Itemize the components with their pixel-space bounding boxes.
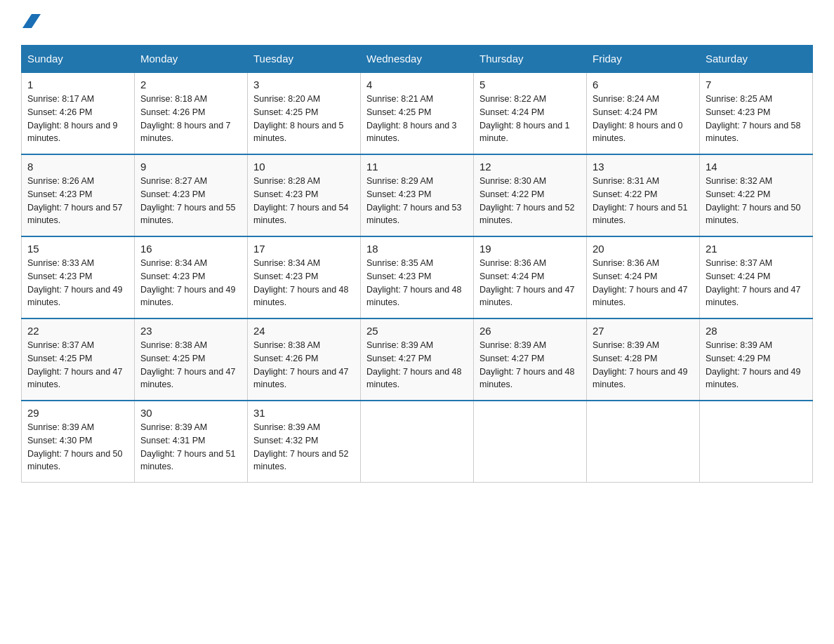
day-info: Sunrise: 8:25 AMSunset: 4:23 PMDaylight:… <box>706 94 801 143</box>
day-info: Sunrise: 8:22 AMSunset: 4:24 PMDaylight:… <box>479 94 570 143</box>
calendar-week-row: 15Sunrise: 8:33 AMSunset: 4:23 PMDayligh… <box>22 236 813 318</box>
col-header-friday: Friday <box>587 46 700 73</box>
day-number: 19 <box>479 243 581 255</box>
day-number: 31 <box>253 407 355 419</box>
calendar-cell: 31Sunrise: 8:39 AMSunset: 4:32 PMDayligh… <box>248 401 361 483</box>
calendar-cell: 12Sunrise: 8:30 AMSunset: 4:22 PMDayligh… <box>474 154 587 236</box>
day-number: 28 <box>706 325 807 337</box>
calendar-cell: 19Sunrise: 8:36 AMSunset: 4:24 PMDayligh… <box>474 236 587 318</box>
calendar-cell: 21Sunrise: 8:37 AMSunset: 4:24 PMDayligh… <box>700 236 813 318</box>
day-number: 29 <box>27 407 128 419</box>
calendar-week-row: 1Sunrise: 8:17 AMSunset: 4:26 PMDaylight… <box>22 72 813 154</box>
col-header-sunday: Sunday <box>22 46 135 73</box>
day-info: Sunrise: 8:39 AMSunset: 4:31 PMDaylight:… <box>140 422 236 471</box>
day-info: Sunrise: 8:27 AMSunset: 4:23 PMDaylight:… <box>140 176 236 225</box>
day-number: 17 <box>253 243 355 255</box>
day-info: Sunrise: 8:21 AMSunset: 4:25 PMDaylight:… <box>366 94 457 143</box>
day-info: Sunrise: 8:34 AMSunset: 4:23 PMDaylight:… <box>140 258 236 307</box>
calendar-cell: 24Sunrise: 8:38 AMSunset: 4:26 PMDayligh… <box>248 318 361 401</box>
day-number: 22 <box>27 325 128 337</box>
calendar-cell: 15Sunrise: 8:33 AMSunset: 4:23 PMDayligh… <box>22 236 135 318</box>
day-info: Sunrise: 8:39 AMSunset: 4:32 PMDaylight:… <box>253 422 349 471</box>
calendar-cell: 14Sunrise: 8:32 AMSunset: 4:22 PMDayligh… <box>700 154 813 236</box>
day-number: 25 <box>366 325 468 337</box>
calendar-week-row: 8Sunrise: 8:26 AMSunset: 4:23 PMDaylight… <box>22 154 813 236</box>
logo-chevron-right-icon <box>32 14 41 28</box>
calendar-cell: 16Sunrise: 8:34 AMSunset: 4:23 PMDayligh… <box>135 236 248 318</box>
calendar-cell: 26Sunrise: 8:39 AMSunset: 4:27 PMDayligh… <box>474 318 587 401</box>
day-number: 9 <box>140 161 241 173</box>
day-info: Sunrise: 8:29 AMSunset: 4:23 PMDaylight:… <box>366 176 462 225</box>
day-number: 8 <box>27 161 128 173</box>
day-number: 13 <box>593 161 694 173</box>
day-info: Sunrise: 8:38 AMSunset: 4:25 PMDaylight:… <box>140 340 236 389</box>
calendar-cell: 17Sunrise: 8:34 AMSunset: 4:23 PMDayligh… <box>248 236 361 318</box>
day-info: Sunrise: 8:35 AMSunset: 4:23 PMDaylight:… <box>366 258 462 307</box>
calendar-week-row: 22Sunrise: 8:37 AMSunset: 4:25 PMDayligh… <box>22 318 813 401</box>
calendar-cell: 30Sunrise: 8:39 AMSunset: 4:31 PMDayligh… <box>135 401 248 483</box>
day-number: 1 <box>27 79 128 90</box>
day-info: Sunrise: 8:39 AMSunset: 4:28 PMDaylight:… <box>593 340 688 389</box>
day-number: 11 <box>366 161 468 173</box>
page-header <box>21 14 813 31</box>
day-number: 7 <box>706 79 807 90</box>
calendar-cell <box>700 401 813 483</box>
day-info: Sunrise: 8:30 AMSunset: 4:22 PMDaylight:… <box>479 176 575 225</box>
col-header-monday: Monday <box>135 46 248 73</box>
day-number: 16 <box>140 243 241 255</box>
calendar-cell <box>587 401 700 483</box>
calendar-cell: 22Sunrise: 8:37 AMSunset: 4:25 PMDayligh… <box>22 318 135 401</box>
day-number: 21 <box>706 243 807 255</box>
day-info: Sunrise: 8:36 AMSunset: 4:24 PMDaylight:… <box>593 258 688 307</box>
day-info: Sunrise: 8:26 AMSunset: 4:23 PMDaylight:… <box>27 176 123 225</box>
day-info: Sunrise: 8:33 AMSunset: 4:23 PMDaylight:… <box>27 258 123 307</box>
calendar-cell: 20Sunrise: 8:36 AMSunset: 4:24 PMDayligh… <box>587 236 700 318</box>
calendar-header-row: SundayMondayTuesdayWednesdayThursdayFrid… <box>22 46 813 73</box>
day-info: Sunrise: 8:32 AMSunset: 4:22 PMDaylight:… <box>706 176 801 225</box>
day-number: 23 <box>140 325 241 337</box>
calendar-cell: 2Sunrise: 8:18 AMSunset: 4:26 PMDaylight… <box>135 72 248 154</box>
calendar-week-row: 29Sunrise: 8:39 AMSunset: 4:30 PMDayligh… <box>22 401 813 483</box>
day-info: Sunrise: 8:20 AMSunset: 4:25 PMDaylight:… <box>253 94 344 143</box>
day-info: Sunrise: 8:37 AMSunset: 4:24 PMDaylight:… <box>706 258 801 307</box>
col-header-saturday: Saturday <box>700 46 813 73</box>
day-number: 14 <box>706 161 807 173</box>
day-info: Sunrise: 8:37 AMSunset: 4:25 PMDaylight:… <box>27 340 123 389</box>
calendar-cell: 8Sunrise: 8:26 AMSunset: 4:23 PMDaylight… <box>22 154 135 236</box>
logo <box>21 14 41 31</box>
day-number: 26 <box>479 325 581 337</box>
day-info: Sunrise: 8:36 AMSunset: 4:24 PMDaylight:… <box>479 258 575 307</box>
day-info: Sunrise: 8:39 AMSunset: 4:27 PMDaylight:… <box>366 340 462 389</box>
calendar-cell: 11Sunrise: 8:29 AMSunset: 4:23 PMDayligh… <box>361 154 474 236</box>
day-info: Sunrise: 8:34 AMSunset: 4:23 PMDaylight:… <box>253 258 349 307</box>
calendar-cell: 1Sunrise: 8:17 AMSunset: 4:26 PMDaylight… <box>22 72 135 154</box>
day-number: 18 <box>366 243 468 255</box>
calendar-cell: 18Sunrise: 8:35 AMSunset: 4:23 PMDayligh… <box>361 236 474 318</box>
day-number: 27 <box>593 325 694 337</box>
calendar-cell: 25Sunrise: 8:39 AMSunset: 4:27 PMDayligh… <box>361 318 474 401</box>
day-number: 2 <box>140 79 241 90</box>
calendar-cell: 5Sunrise: 8:22 AMSunset: 4:24 PMDaylight… <box>474 72 587 154</box>
calendar-cell: 23Sunrise: 8:38 AMSunset: 4:25 PMDayligh… <box>135 318 248 401</box>
day-number: 10 <box>253 161 355 173</box>
calendar-cell: 13Sunrise: 8:31 AMSunset: 4:22 PMDayligh… <box>587 154 700 236</box>
day-info: Sunrise: 8:39 AMSunset: 4:30 PMDaylight:… <box>27 422 123 471</box>
day-info: Sunrise: 8:28 AMSunset: 4:23 PMDaylight:… <box>253 176 349 225</box>
day-number: 5 <box>479 79 581 90</box>
day-info: Sunrise: 8:39 AMSunset: 4:29 PMDaylight:… <box>706 340 801 389</box>
day-number: 30 <box>140 407 241 419</box>
day-info: Sunrise: 8:39 AMSunset: 4:27 PMDaylight:… <box>479 340 575 389</box>
col-header-tuesday: Tuesday <box>248 46 361 73</box>
calendar-cell <box>361 401 474 483</box>
calendar-cell: 6Sunrise: 8:24 AMSunset: 4:24 PMDaylight… <box>587 72 700 154</box>
calendar-cell: 27Sunrise: 8:39 AMSunset: 4:28 PMDayligh… <box>587 318 700 401</box>
day-number: 24 <box>253 325 355 337</box>
calendar-cell: 3Sunrise: 8:20 AMSunset: 4:25 PMDaylight… <box>248 72 361 154</box>
calendar-cell: 4Sunrise: 8:21 AMSunset: 4:25 PMDaylight… <box>361 72 474 154</box>
calendar-table: SundayMondayTuesdayWednesdayThursdayFrid… <box>21 45 813 483</box>
day-number: 6 <box>593 79 694 90</box>
calendar-cell <box>474 401 587 483</box>
day-info: Sunrise: 8:31 AMSunset: 4:22 PMDaylight:… <box>593 176 688 225</box>
day-info: Sunrise: 8:18 AMSunset: 4:26 PMDaylight:… <box>140 94 231 143</box>
calendar-cell: 28Sunrise: 8:39 AMSunset: 4:29 PMDayligh… <box>700 318 813 401</box>
